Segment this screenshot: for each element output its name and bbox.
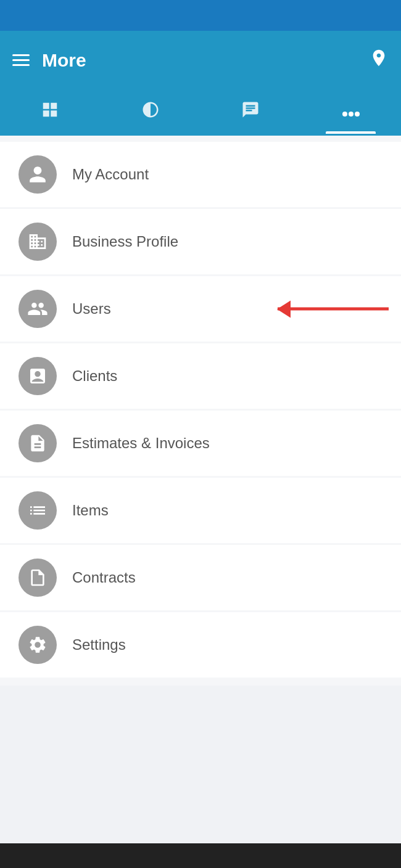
menu-item-my-account[interactable]: My Account	[0, 142, 401, 207]
menu-list: My Account Business Profile Users Client…	[0, 136, 401, 686]
my-account-icon-circle	[19, 155, 57, 194]
dots-icon	[342, 102, 360, 121]
arrow-line	[278, 308, 389, 311]
tab-messages[interactable]	[200, 89, 301, 134]
users-icon-circle	[19, 290, 57, 328]
page-title: More	[42, 50, 369, 71]
users-arrow-annotation	[278, 308, 389, 311]
items-label: Items	[72, 502, 109, 519]
menu-item-clients[interactable]: Clients	[0, 343, 401, 409]
top-nav: More	[0, 31, 401, 89]
svg-point-0	[342, 112, 347, 117]
chat-icon	[241, 100, 260, 123]
users-label: Users	[72, 300, 111, 317]
estimates-invoices-label: Estimates & Invoices	[72, 435, 210, 452]
menu-item-settings[interactable]: Settings	[0, 612, 401, 678]
clients-label: Clients	[72, 367, 117, 385]
tab-dashboard[interactable]	[0, 89, 101, 134]
grid-icon	[41, 100, 59, 123]
hamburger-menu[interactable]	[12, 54, 30, 66]
my-account-label: My Account	[72, 166, 149, 183]
tab-more[interactable]	[301, 89, 402, 134]
menu-item-business-profile[interactable]: Business Profile	[0, 209, 401, 274]
menu-item-estimates-invoices[interactable]: Estimates & Invoices	[0, 411, 401, 476]
business-profile-icon-circle	[19, 223, 57, 261]
circle-half-icon	[141, 100, 160, 123]
tab-theme[interactable]	[101, 89, 201, 134]
contracts-label: Contracts	[72, 569, 136, 586]
bottom-bar	[0, 843, 401, 868]
business-profile-label: Business Profile	[72, 233, 178, 250]
svg-point-2	[355, 112, 360, 117]
location-icon[interactable]	[369, 48, 389, 73]
settings-label: Settings	[72, 636, 126, 653]
clients-icon-circle	[19, 357, 57, 395]
settings-icon-circle	[19, 626, 57, 664]
menu-item-contracts[interactable]: Contracts	[0, 545, 401, 610]
menu-item-items[interactable]: Items	[0, 478, 401, 543]
tab-bar	[0, 89, 401, 136]
contracts-icon-circle	[19, 559, 57, 597]
menu-item-users[interactable]: Users	[0, 276, 401, 342]
items-icon-circle	[19, 491, 57, 530]
estimates-invoices-icon-circle	[19, 424, 57, 462]
svg-point-1	[349, 112, 353, 117]
status-bar	[0, 0, 401, 31]
